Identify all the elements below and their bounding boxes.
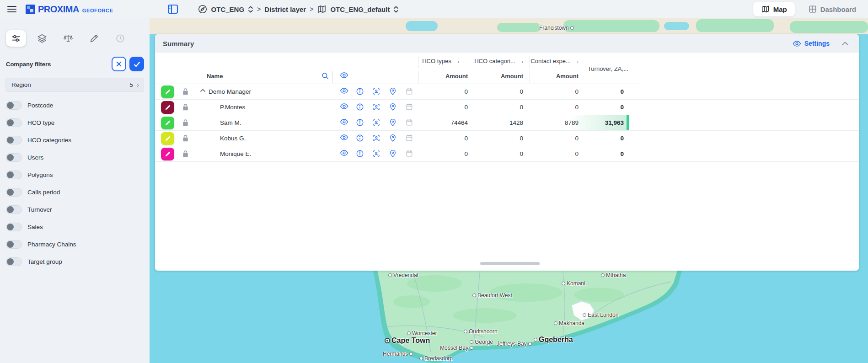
column-group-contact-expe[interactable]: Contact expe...→: [530, 57, 579, 64]
column-group-hco-types[interactable]: HCO types→: [422, 57, 461, 64]
table-row[interactable]: P.Montes 0 0 0 0: [155, 100, 859, 115]
polygons-toggle[interactable]: [6, 171, 22, 179]
filters-tool-button[interactable]: [6, 30, 26, 47]
pharmacy-chains-toggle[interactable]: [6, 240, 22, 249]
info-icon[interactable]: [356, 118, 365, 128]
column-name[interactable]: Name: [207, 73, 223, 80]
table-row[interactable]: Demo Manager 0 0 0 0: [155, 84, 859, 100]
info-icon[interactable]: [356, 87, 365, 96]
scales-tool-button[interactable]: [58, 30, 78, 47]
eye-icon[interactable]: [340, 134, 349, 143]
location-pin-icon[interactable]: [389, 118, 398, 128]
eye-icon[interactable]: [340, 87, 349, 96]
layers-tool-button[interactable]: [32, 30, 52, 47]
lock-icon: [182, 119, 189, 127]
breadcrumb-layer[interactable]: District layer: [264, 5, 306, 13]
chevron-right-icon: ›: [137, 81, 139, 89]
edit-pencil-button[interactable]: [161, 148, 174, 160]
locate-user-icon[interactable]: [372, 87, 381, 96]
edit-pencil-button[interactable]: [161, 101, 174, 114]
paint-tool-button[interactable]: [84, 30, 104, 47]
filter-label: HCO categories: [27, 137, 71, 144]
hco-type-toggle[interactable]: [6, 118, 22, 127]
view-toggle: Map Dashboard: [753, 2, 868, 16]
edit-pencil-button[interactable]: [161, 132, 174, 145]
location-pin-icon[interactable]: [389, 87, 398, 96]
row-name[interactable]: Demo Manager: [209, 88, 251, 95]
map-city-label: East London: [583, 312, 618, 318]
breadcrumb-separator: >: [310, 5, 313, 13]
map-city-label: George: [470, 339, 493, 345]
lock-icon: [182, 88, 189, 96]
locate-user-icon[interactable]: [372, 103, 381, 112]
locate-user-icon[interactable]: [372, 149, 381, 159]
map-view-button[interactable]: Map: [753, 2, 795, 16]
row-name[interactable]: P.Montes: [220, 104, 245, 111]
arrow-right-icon: →: [518, 57, 525, 64]
row-name[interactable]: Sam M.: [220, 119, 241, 126]
map-city-label: Oudtshoorn: [464, 328, 498, 335]
eye-icon[interactable]: [340, 118, 349, 128]
dashboard-view-label: Dashboard: [820, 5, 856, 13]
map-city-label: Beaufort West: [472, 292, 512, 299]
table-row[interactable]: Sam M. 74464 1428 8789 31,963: [155, 115, 859, 131]
users-toggle[interactable]: [6, 153, 22, 162]
region-filter-row[interactable]: Region 5 ›: [5, 78, 144, 92]
map-city-label: Bredasdorp: [419, 355, 453, 362]
locate-user-icon[interactable]: [372, 118, 381, 128]
eye-icon[interactable]: [340, 149, 349, 159]
edit-pencil-button[interactable]: [161, 117, 174, 129]
hco-categories-toggle[interactable]: [6, 136, 22, 144]
target-group-toggle[interactable]: [6, 257, 22, 266]
collapse-panel-chevron[interactable]: [841, 42, 849, 46]
info-icon[interactable]: [356, 134, 365, 143]
map-top-strip: [150, 18, 868, 34]
column-visibility-eye-icon[interactable]: [340, 72, 349, 81]
sales-toggle[interactable]: [6, 223, 22, 231]
calls-period-toggle[interactable]: [6, 188, 22, 197]
row-name[interactable]: Kobus G.: [220, 135, 246, 142]
filter-list: Postcode HCO type HCO categories Users P…: [0, 96, 150, 270]
column-turnover[interactable]: Turnover, ZA,...: [560, 65, 628, 72]
turnover-toggle[interactable]: [6, 205, 22, 214]
row-name[interactable]: Monique E.: [220, 150, 251, 157]
search-icon[interactable]: [321, 72, 330, 81]
location-pin-icon[interactable]: [389, 103, 398, 112]
collapse-row-chevron[interactable]: [200, 89, 206, 92]
filter-label: HCO type: [27, 119, 54, 126]
table-row[interactable]: Kobus G. 0 0 0 0: [155, 131, 859, 146]
table-header: HCO types→ HCO categori...→ Contact expe…: [155, 53, 859, 84]
turnover-highlight-bar: [627, 115, 629, 130]
postcode-toggle[interactable]: [6, 101, 22, 110]
hamburger-menu-icon[interactable]: [7, 6, 16, 12]
settings-button[interactable]: Settings: [793, 40, 830, 47]
sidebar-toggle-icon[interactable]: [167, 4, 178, 14]
history-tool-button[interactable]: [110, 30, 130, 47]
dashboard-view-icon: [809, 5, 817, 13]
eye-icon[interactable]: [340, 103, 349, 112]
info-icon[interactable]: [356, 103, 365, 112]
map-switcher-icon[interactable]: [393, 6, 399, 13]
breadcrumb-project[interactable]: OTC_ENG: [211, 5, 245, 13]
filter-item-target-group: Target group: [0, 253, 150, 270]
company-filters-title: Company filters: [6, 61, 51, 68]
locate-user-icon[interactable]: [372, 134, 381, 143]
clear-filters-button[interactable]: [112, 57, 126, 71]
brand-logo: PROXIMA GEOFORCE: [26, 4, 113, 15]
apply-filters-checkbox[interactable]: [129, 57, 144, 71]
dashboard-view-button[interactable]: Dashboard: [809, 5, 856, 13]
info-icon[interactable]: [356, 149, 365, 159]
filter-item-postcode: Postcode: [0, 96, 150, 114]
lock-icon: [182, 134, 189, 142]
column-amount[interactable]: Amount: [513, 73, 579, 80]
breadcrumb-map[interactable]: OTC_ENG_default: [330, 5, 390, 13]
location-pin-icon[interactable]: [389, 134, 398, 143]
edit-pencil-button[interactable]: [161, 85, 174, 98]
column-group-hco-categories[interactable]: HCO categori...→: [474, 57, 525, 64]
location-pin-icon[interactable]: [389, 149, 398, 159]
horizontal-scrollbar[interactable]: [480, 262, 540, 265]
project-switcher-icon[interactable]: [248, 6, 253, 13]
table-row[interactable]: Monique E. 0 0 0 0: [155, 146, 859, 162]
turnover-cell: 0: [558, 150, 624, 157]
filter-label: Target group: [27, 258, 62, 265]
